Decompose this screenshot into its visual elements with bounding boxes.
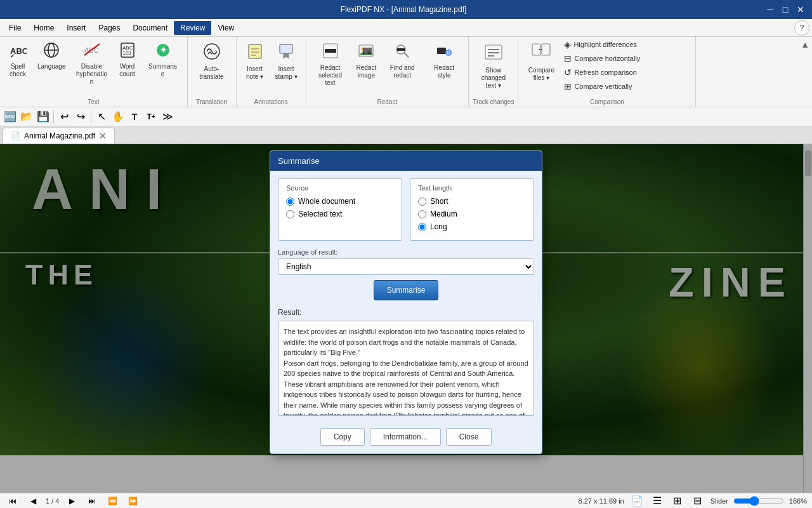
zoom-slider[interactable] — [733, 496, 784, 506]
menu-insert[interactable]: Insert — [60, 21, 92, 35]
compare-horizontally-button[interactable]: ⊟ Compare horizontally — [560, 52, 662, 65]
insert-note-button[interactable]: Insertnote ▾ — [240, 38, 270, 84]
undo-button[interactable]: ↩ — [56, 109, 72, 124]
whole-document-radio[interactable] — [286, 197, 294, 206]
dialog-body: Source Whole document Selected text — [270, 171, 542, 425]
compare-files-button[interactable]: Comparefiles ▾ — [522, 38, 560, 97]
ribbon-group-translation: Auto-translate Translation — [188, 37, 237, 107]
menu-pages[interactable]: Pages — [92, 21, 126, 35]
doc-tab-close[interactable]: ✕ — [99, 131, 107, 141]
more-tb-button[interactable]: ≫ — [160, 109, 175, 124]
redact-image-label: Redactimage — [357, 64, 377, 79]
svg-rect-29 — [485, 45, 502, 59]
redact-image-icon — [357, 41, 376, 63]
language-select[interactable]: English French German Spanish Italian — [278, 258, 534, 275]
text-buttons: ABC✔ Spellcheck Language ABC — [4, 38, 183, 97]
nav-last-button[interactable]: ⏭ — [84, 493, 100, 509]
redact-image-button[interactable]: Redactimage — [352, 38, 381, 83]
language-label: Language of result: — [278, 248, 534, 256]
long-option[interactable]: Long — [418, 222, 526, 231]
result-textarea[interactable] — [278, 321, 534, 416]
minimize-button[interactable]: ─ — [764, 3, 776, 16]
hand-button[interactable]: ✋ — [110, 109, 126, 124]
long-radio[interactable] — [418, 223, 426, 231]
selected-text-radio[interactable] — [286, 210, 294, 218]
whole-document-option[interactable]: Whole document — [286, 197, 394, 206]
summarise-action-button[interactable]: Summarise — [374, 280, 439, 300]
app-title: FlexiPDF NX - [Animal Magazine.pdf] — [43, 5, 764, 14]
menu-review[interactable]: Review — [174, 21, 211, 35]
menu-view[interactable]: View — [211, 21, 240, 35]
dialog-options-row: Source Whole document Selected text — [278, 178, 534, 241]
copy-button[interactable]: Copy — [320, 428, 365, 446]
redact-style-button[interactable]: Redact style — [424, 38, 464, 83]
audio-prev-button[interactable]: ⏪ — [105, 493, 120, 509]
summarise-button[interactable]: ✦ Summarise — [143, 38, 183, 81]
text-group-label: Text — [88, 97, 99, 105]
quick-access-toolbar: 🆕 📂 💾 ↩ ↪ ↖ ✋ T T+ ≫ — [0, 107, 812, 126]
word-count-label: Wordcount — [119, 63, 134, 78]
zoom-value: 166% — [789, 497, 807, 505]
spell-check-button[interactable]: ABC✔ Spellcheck — [4, 38, 32, 81]
page-view-single[interactable]: 📄 — [629, 493, 645, 509]
menu-file[interactable]: File — [3, 21, 27, 35]
insert-stamp-button[interactable]: Insertstamp ▾ — [271, 38, 302, 84]
short-option[interactable]: Short — [418, 197, 526, 206]
close-button[interactable]: ✕ — [794, 3, 807, 16]
refresh-label: Refresh comparison — [574, 69, 636, 76]
ribbon-collapse-button[interactable]: ▲ — [801, 39, 809, 50]
toolbar-separator-1 — [53, 110, 54, 123]
dimensions: 8.27 x 11.69 in — [579, 497, 624, 505]
page-view-continuous[interactable]: ☰ — [650, 493, 665, 509]
find-redact-button[interactable]: Find and redact — [382, 38, 422, 83]
redact-selected-button[interactable]: Redactselected text — [310, 38, 351, 90]
nav-first-button[interactable]: ⏮ — [5, 493, 20, 509]
title-bar: FlexiPDF NX - [Animal Magazine.pdf] ─ □ … — [0, 0, 812, 19]
svg-rect-13 — [249, 44, 261, 58]
audio-next-button[interactable]: ⏩ — [125, 493, 140, 509]
document-tab[interactable]: 📄 Animal Magazine.pdf ✕ — [3, 128, 115, 144]
nav-prev-button[interactable]: ◀ — [25, 493, 41, 509]
medium-radio[interactable] — [418, 210, 426, 218]
show-changed-text-button[interactable]: Showchanged text ▾ — [473, 38, 514, 93]
maximize-button[interactable]: □ — [779, 3, 792, 16]
svg-rect-25 — [397, 48, 405, 51]
help-button[interactable]: ? — [794, 20, 809, 36]
highlight-differences-button[interactable]: ◈ Highlight differences — [560, 38, 662, 51]
insert-note-label: Insertnote ▾ — [246, 65, 263, 81]
pointer-button[interactable]: ↖ — [94, 109, 109, 124]
refresh-comparison-button[interactable]: ↺ Refresh comparison — [560, 66, 662, 79]
nav-next-button[interactable]: ▶ — [64, 493, 79, 509]
auto-translate-label: Auto-translate — [196, 65, 228, 81]
short-radio[interactable] — [418, 197, 426, 206]
svg-rect-26 — [437, 48, 446, 54]
open-button[interactable]: 📂 — [19, 109, 34, 124]
close-dialog-button[interactable]: Close — [446, 428, 492, 446]
comparison-group-label: Comparison — [590, 97, 624, 105]
save-button[interactable]: 💾 — [36, 109, 51, 124]
menu-bar: File Home Insert Pages Document Review V… — [0, 19, 812, 37]
compare-horiz-icon: ⊟ — [564, 53, 572, 64]
information-button[interactable]: Information... — [370, 428, 441, 446]
page-view-two[interactable]: ⊞ — [670, 493, 685, 509]
medium-label: Medium — [430, 210, 457, 218]
compare-vertically-button[interactable]: ⊞ Compare vertically — [560, 80, 662, 93]
language-button[interactable]: Language — [33, 38, 70, 74]
page-view-facing[interactable]: ⊟ — [690, 493, 705, 509]
text-length-section: Text length Short Medium L — [410, 178, 534, 241]
menu-document[interactable]: Document — [126, 21, 174, 35]
ribbon: ABC✔ Spellcheck Language ABC — [0, 37, 812, 107]
word-count-button[interactable]: ABC123 Wordcount — [114, 38, 141, 81]
medium-option[interactable]: Medium — [418, 210, 526, 218]
new-button[interactable]: 🆕 — [3, 109, 18, 124]
text-plus-button[interactable]: T+ — [143, 109, 159, 124]
menu-home[interactable]: Home — [27, 21, 60, 35]
redo-button[interactable]: ↪ — [73, 109, 88, 124]
selected-text-option[interactable]: Selected text — [286, 210, 394, 218]
redact-style-icon — [435, 41, 454, 63]
highlight-diff-label: Highlight differences — [573, 41, 636, 48]
disable-hyphenation-button[interactable]: ABC Disablehyphenation — [72, 38, 112, 89]
auto-translate-button[interactable]: Auto-translate — [192, 38, 232, 84]
insert-note-icon — [245, 41, 265, 64]
text-button[interactable]: T — [127, 109, 142, 124]
